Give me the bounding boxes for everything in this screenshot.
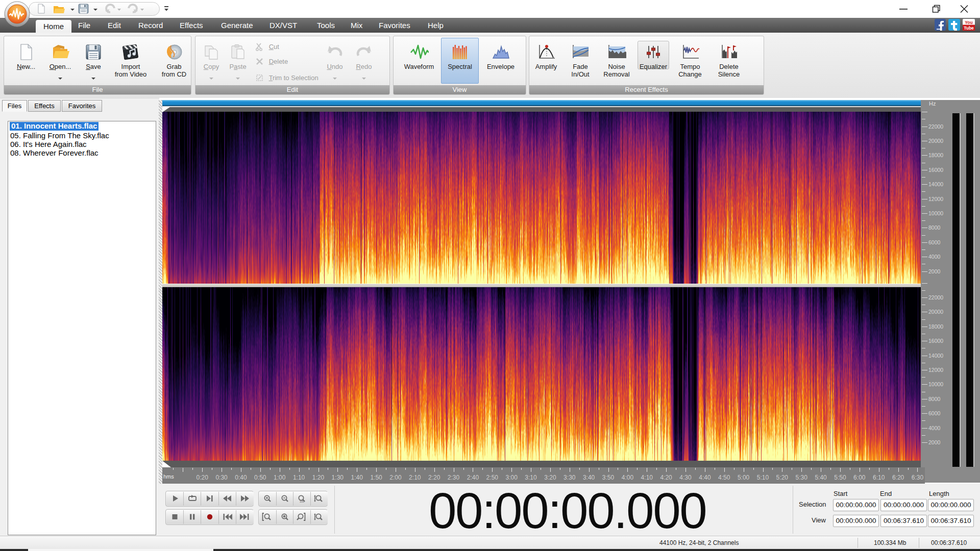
svg-text:You: You bbox=[965, 20, 972, 25]
svg-text:Tube: Tube bbox=[964, 26, 974, 31]
svg-text:100: 100 bbox=[300, 500, 304, 503]
